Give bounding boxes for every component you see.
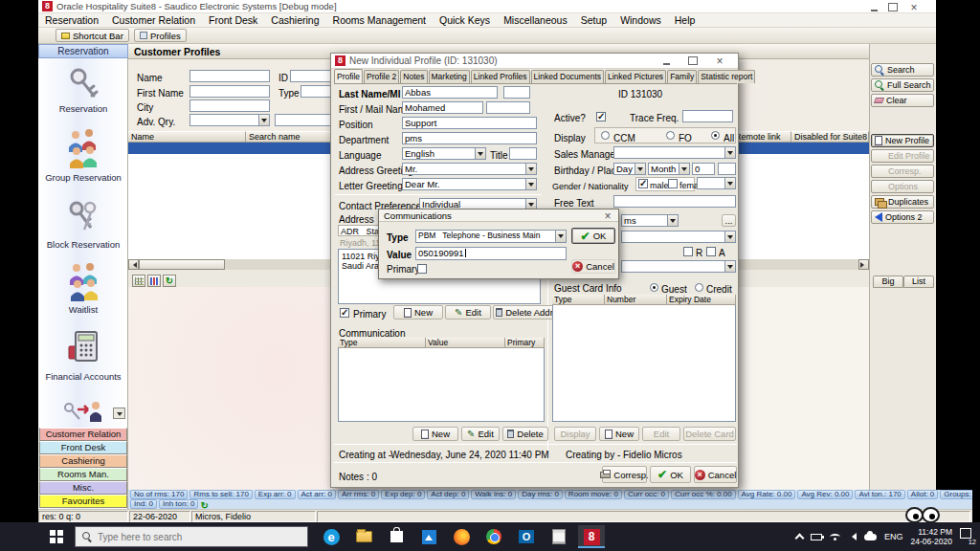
grid-view-button[interactable] <box>132 275 145 287</box>
tray-expand-icon[interactable] <box>795 534 805 543</box>
menu-item[interactable]: Front Desk <box>202 14 264 26</box>
city-input[interactable] <box>189 99 270 112</box>
comm-ok-button[interactable]: OK <box>571 228 615 244</box>
comm-delete-button[interactable]: Delete <box>502 427 548 441</box>
sidebar-section-front-desk[interactable]: Front Desk <box>39 441 127 454</box>
chevron-down-icon[interactable] <box>667 215 678 226</box>
position-input[interactable]: Support <box>402 117 537 129</box>
nationality-combo[interactable] <box>697 177 736 189</box>
comm-cancel-button[interactable]: Cancel <box>571 259 615 274</box>
duplicates-button[interactable]: Duplicates <box>871 195 934 209</box>
birthday-year-input[interactable]: 0 <box>692 163 715 175</box>
language-indicator[interactable]: ENG <box>884 532 903 541</box>
taskbar-suite8[interactable] <box>578 525 605 548</box>
status-refresh-icon[interactable] <box>200 499 208 509</box>
comm-edit-button[interactable]: Edit <box>461 427 500 441</box>
grid-header-remote-link[interactable]: Remote link <box>732 131 791 143</box>
flag-a-checkbox[interactable] <box>706 247 716 256</box>
comm-new-button[interactable]: New <box>412 427 458 441</box>
options-button[interactable]: Options <box>871 180 934 193</box>
scroll-left-icon[interactable] <box>128 259 139 270</box>
chevron-down-icon[interactable] <box>555 231 566 242</box>
birthday-month-combo[interactable]: Month <box>648 163 690 175</box>
mail-name-input[interactable] <box>486 101 530 114</box>
chevron-down-icon[interactable] <box>525 164 536 174</box>
search-button[interactable]: Search <box>871 63 934 77</box>
sidebar-section-cashiering[interactable]: Cashiering <box>39 454 127 468</box>
minimize-icon[interactable] <box>867 2 880 12</box>
chevron-down-icon[interactable] <box>724 147 735 158</box>
address-edit-button[interactable]: Edit <box>445 305 491 320</box>
comm-col-type[interactable]: Type <box>338 338 426 348</box>
menu-item[interactable]: Windows <box>613 14 668 26</box>
close-icon[interactable] <box>601 210 614 221</box>
chevron-down-icon[interactable] <box>475 148 485 159</box>
chevron-down-icon[interactable] <box>525 179 536 189</box>
sidebar-section-favourites[interactable]: Favourites <box>39 495 127 508</box>
view-tab-big[interactable]: Big <box>873 276 903 288</box>
chevron-down-icon[interactable] <box>724 178 735 188</box>
male-checkbox[interactable] <box>638 179 648 188</box>
dialog-tab[interactable]: Linked Profiles <box>471 70 530 83</box>
card-col-type[interactable]: Type <box>552 295 605 305</box>
guest-card-table[interactable] <box>552 295 736 422</box>
menu-item[interactable]: Reservation <box>38 14 105 26</box>
ellipsis-button[interactable]: ... <box>722 214 736 227</box>
taskbar-chrome[interactable] <box>480 525 507 548</box>
menu-item[interactable]: Customer Relation <box>105 14 202 26</box>
first-name-input[interactable] <box>189 85 270 98</box>
search-input[interactable] <box>98 532 279 542</box>
name-input[interactable] <box>189 70 270 82</box>
taskbar-store[interactable] <box>383 525 410 548</box>
card-col-number[interactable]: Number <box>605 295 667 305</box>
comm-extra-combo[interactable]: ms <box>621 214 679 227</box>
taskbar-search[interactable] <box>75 526 308 547</box>
active-checkbox[interactable] <box>596 112 606 121</box>
onedrive-icon[interactable] <box>864 534 877 540</box>
sidebar-item-group-reservation[interactable]: Group Reservation <box>38 128 128 183</box>
flag-r-checkbox[interactable] <box>683 247 693 256</box>
title-input[interactable] <box>509 147 537 160</box>
chevron-down-icon[interactable] <box>679 164 689 174</box>
sidebar-header[interactable]: Reservation <box>38 44 128 58</box>
dialog-corresp-button[interactable]: Corresp. <box>602 466 647 483</box>
sidebar-item-financial-accounts[interactable]: Financial Accounts <box>38 329 128 382</box>
address-primary-checkbox[interactable] <box>340 308 349 318</box>
battery-icon[interactable] <box>811 534 822 540</box>
sidebar-more-dropdown[interactable] <box>113 408 125 419</box>
view-tab-list[interactable]: List <box>903 276 934 288</box>
dialog-tab[interactable]: Profile 2 <box>364 70 399 83</box>
adv-qry-combo[interactable] <box>189 114 270 126</box>
comm-primary-checkbox[interactable] <box>417 264 427 274</box>
taskbar-explorer[interactable] <box>350 525 377 548</box>
address-greeting-combo[interactable]: Mr. <box>402 163 537 175</box>
network-icon[interactable] <box>830 534 840 540</box>
start-button[interactable] <box>50 530 64 544</box>
sidebar-item-waitlist[interactable]: Waitlist <box>38 262 128 315</box>
comm-col-value[interactable]: Value <box>426 338 505 348</box>
language-combo[interactable]: English <box>402 147 486 160</box>
scrollbar-thumb[interactable] <box>139 259 225 270</box>
comm-type-combo[interactable]: PBM Telephone - Business Main <box>415 230 567 243</box>
trace-freq-input[interactable] <box>682 110 733 122</box>
card-display-button[interactable]: Display <box>554 427 596 441</box>
taskbar-outlook[interactable] <box>513 525 540 548</box>
taskbar-firefox[interactable] <box>448 525 475 548</box>
taskbar-photos[interactable] <box>415 525 442 548</box>
dialog-tab[interactable]: Notes <box>400 70 427 83</box>
sidebar-section-rooms-man[interactable]: Rooms Man. <box>39 468 127 481</box>
letter-greeting-combo[interactable]: Dear Mr. <box>402 178 537 190</box>
card-edit-button[interactable]: Edit <box>642 427 680 441</box>
extra-combo-3[interactable] <box>621 260 736 273</box>
refresh-button[interactable] <box>163 275 176 287</box>
dialog-tab[interactable]: Marketing <box>429 70 470 83</box>
comm-col-primary[interactable]: Primary <box>505 338 545 348</box>
communication-table[interactable] <box>338 338 545 422</box>
clear-button[interactable]: Clear <box>871 94 934 107</box>
dialog-tab[interactable]: Family <box>667 70 697 83</box>
grid-header-disabled[interactable]: Disabled for Suite8 Central <box>791 131 869 143</box>
dialog-cancel-button[interactable]: Cancel <box>694 466 737 483</box>
menu-item[interactable]: Rooms Management <box>326 14 433 26</box>
new-profile-button[interactable]: New Profile <box>871 134 934 147</box>
birthday-day-combo[interactable]: Day <box>613 163 646 175</box>
